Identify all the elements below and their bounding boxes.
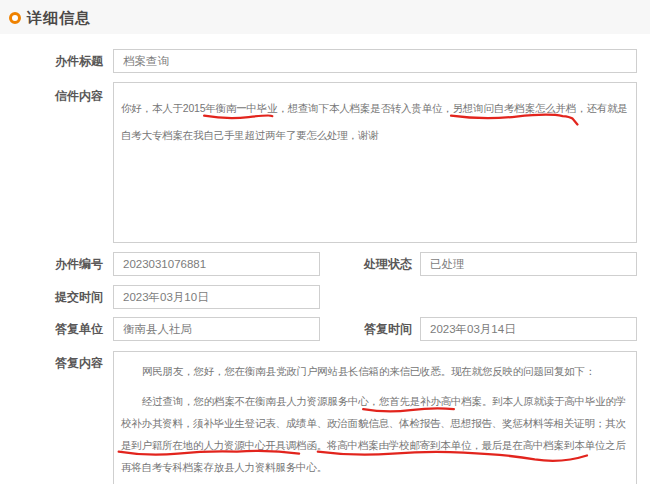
field-label-reply-time: 答复时间 xyxy=(362,317,412,341)
reply-content-box[interactable]: 网民朋友，您好，您在衡南县党政门户网站县长信箱的来信已收悉。现在就您反映的问题回… xyxy=(113,351,637,484)
letter-content-text: 你好，本人于2015年衡南一中毕业，想查询下本人档案是否转入贵单位，另想询问自考… xyxy=(121,102,628,141)
submit-time-input[interactable] xyxy=(113,285,320,309)
reply-paragraph: 网民朋友，您好，您在衡南县党政门户网站县长信箱的来信已收悉。现在就您反映的问题回… xyxy=(121,360,629,382)
field-label-reply-unit: 答复单位 xyxy=(30,317,103,341)
reply-unit-input[interactable] xyxy=(113,317,320,341)
reply-paragraph: 经过查询，您的档案不在衡南县人力资源服务中心，您首先是补办高中档案。到本人原就读… xyxy=(121,390,629,478)
letter-content-box[interactable]: 你好，本人于2015年衡南一中毕业，想查询下本人档案是否转入贵单位，另想询问自考… xyxy=(113,82,637,243)
field-label-status: 处理状态 xyxy=(362,252,412,276)
title-input[interactable] xyxy=(113,49,637,73)
red-underline-annotation xyxy=(451,115,577,125)
field-label-title: 办件标题 xyxy=(30,49,103,73)
field-label-submit-time: 提交时间 xyxy=(30,285,103,309)
field-label-reply-content: 答复内容 xyxy=(30,351,103,375)
section-title: 详细信息 xyxy=(27,8,91,28)
field-label-number: 办件编号 xyxy=(30,252,103,276)
field-label-letter: 信件内容 xyxy=(30,84,103,108)
section-header: 详细信息 xyxy=(0,0,650,34)
orange-ring-bullet-icon xyxy=(9,12,21,24)
number-input[interactable] xyxy=(113,252,320,276)
detail-info-page: 详细信息 办件标题 信件内容 你好，本人于2015年衡南一中毕业，想查询下本人档… xyxy=(0,0,650,484)
status-input[interactable] xyxy=(420,252,637,276)
red-underline-annotation xyxy=(204,116,272,118)
reply-time-input[interactable] xyxy=(420,317,637,341)
